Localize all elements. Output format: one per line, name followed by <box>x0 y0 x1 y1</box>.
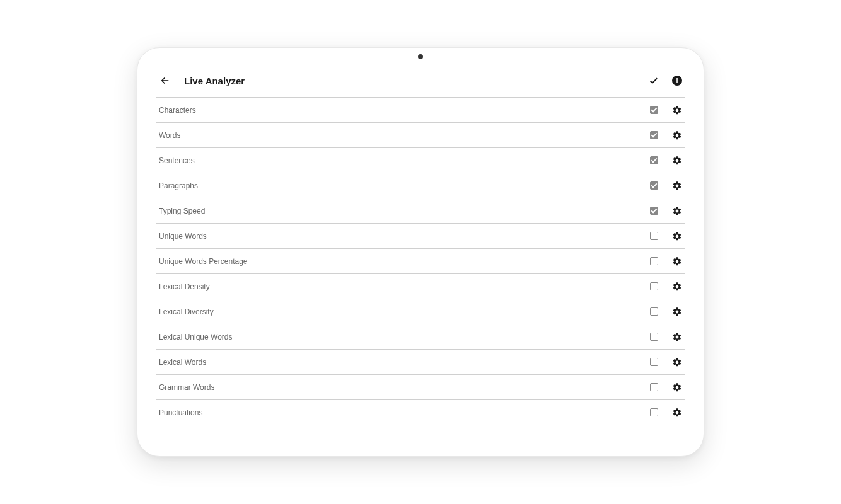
list-item: Lexical Diversity <box>156 299 685 324</box>
gear-icon <box>672 231 682 241</box>
item-controls <box>650 307 682 317</box>
list-item: Punctuations <box>156 400 685 425</box>
gear-icon <box>672 307 682 317</box>
item-checkbox[interactable] <box>650 232 658 240</box>
gear-icon <box>672 105 682 115</box>
list-item: Lexical Words <box>156 350 685 375</box>
item-controls <box>650 181 682 191</box>
item-settings-button[interactable] <box>672 206 682 216</box>
list-item: Words <box>156 123 685 148</box>
item-label: Sentences <box>159 156 195 165</box>
item-settings-button[interactable] <box>672 332 682 342</box>
item-checkbox[interactable] <box>650 181 658 190</box>
gear-icon <box>672 130 682 140</box>
list-item: Typing Speed <box>156 198 685 224</box>
gear-icon <box>672 256 682 266</box>
gear-icon <box>672 181 682 191</box>
item-settings-button[interactable] <box>672 408 682 418</box>
item-label: Lexical Words <box>159 358 206 367</box>
list-item: Characters <box>156 98 685 123</box>
item-label: Paragraphs <box>159 181 198 190</box>
item-settings-button[interactable] <box>672 156 682 166</box>
item-checkbox[interactable] <box>650 106 658 114</box>
item-controls <box>650 130 682 140</box>
item-checkbox[interactable] <box>650 207 658 215</box>
item-checkbox[interactable] <box>650 333 658 341</box>
header-left: Live Analyzer <box>159 74 245 87</box>
list-item: Lexical Unique Words <box>156 324 685 350</box>
gear-icon <box>672 332 682 342</box>
header-right: i <box>648 75 682 86</box>
item-checkbox[interactable] <box>650 131 658 139</box>
item-checkbox[interactable] <box>650 408 658 416</box>
item-settings-button[interactable] <box>672 181 682 191</box>
page-title: Live Analyzer <box>184 76 245 86</box>
item-checkbox[interactable] <box>650 307 658 316</box>
item-controls <box>650 332 682 342</box>
item-checkbox[interactable] <box>650 156 658 164</box>
item-controls <box>650 357 682 367</box>
item-settings-button[interactable] <box>672 307 682 317</box>
item-controls <box>650 256 682 266</box>
list-item: Sentences <box>156 148 685 173</box>
settings-list: CharactersWordsSentencesParagraphsTyping… <box>156 98 685 425</box>
item-controls <box>650 408 682 418</box>
item-label: Characters <box>159 106 196 115</box>
item-label: Lexical Density <box>159 282 210 291</box>
item-label: Words <box>159 131 180 140</box>
item-checkbox[interactable] <box>650 257 658 265</box>
item-label: Grammar Words <box>159 383 214 392</box>
item-label: Unique Words <box>159 232 207 241</box>
item-controls <box>650 382 682 392</box>
item-checkbox[interactable] <box>650 358 658 366</box>
gear-icon <box>672 156 682 166</box>
item-label: Unique Words Percentage <box>159 257 248 266</box>
gear-icon <box>672 282 682 292</box>
gear-icon <box>672 357 682 367</box>
item-controls <box>650 206 682 216</box>
item-label: Typing Speed <box>159 207 205 215</box>
tablet-frame: Live Analyzer i CharactersWordsSentences… <box>137 47 704 457</box>
item-checkbox[interactable] <box>650 282 658 290</box>
item-settings-button[interactable] <box>672 382 682 392</box>
info-button[interactable]: i <box>672 76 682 86</box>
list-item: Unique Words <box>156 224 685 249</box>
app-screen: Live Analyzer i CharactersWordsSentences… <box>156 59 685 437</box>
list-item: Lexical Density <box>156 274 685 299</box>
item-label: Lexical Diversity <box>159 307 214 316</box>
list-item: Unique Words Percentage <box>156 249 685 274</box>
item-controls <box>650 282 682 292</box>
gear-icon <box>672 382 682 392</box>
item-label: Lexical Unique Words <box>159 333 233 341</box>
item-controls <box>650 156 682 166</box>
confirm-button[interactable] <box>648 75 659 86</box>
item-checkbox[interactable] <box>650 383 658 391</box>
header-bar: Live Analyzer i <box>156 68 685 98</box>
item-settings-button[interactable] <box>672 231 682 241</box>
gear-icon <box>672 408 682 418</box>
gear-icon <box>672 206 682 216</box>
check-icon <box>648 75 659 86</box>
camera-dot <box>418 54 423 59</box>
item-controls <box>650 231 682 241</box>
item-settings-button[interactable] <box>672 256 682 266</box>
list-item: Grammar Words <box>156 375 685 400</box>
item-settings-button[interactable] <box>672 105 682 115</box>
arrow-left-icon <box>160 75 171 86</box>
item-controls <box>650 105 682 115</box>
item-settings-button[interactable] <box>672 357 682 367</box>
item-settings-button[interactable] <box>672 282 682 292</box>
info-icon: i <box>676 77 678 84</box>
item-settings-button[interactable] <box>672 130 682 140</box>
back-button[interactable] <box>159 74 171 87</box>
item-label: Punctuations <box>159 408 202 417</box>
list-item: Paragraphs <box>156 173 685 198</box>
